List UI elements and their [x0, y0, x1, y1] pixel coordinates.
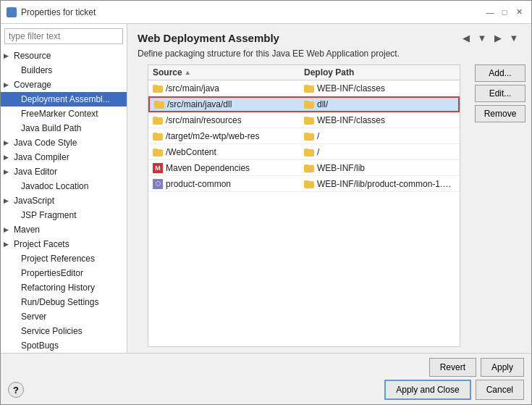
- tree-item[interactable]: SpotBugs: [1, 338, 127, 353]
- source-text: /src/main/java/dll: [167, 99, 232, 109]
- deploy-text: WEB-INF/lib/product-common-1.0....: [317, 179, 455, 189]
- nav-back-button[interactable]: ◀: [459, 31, 473, 44]
- folder-icon: [153, 116, 163, 125]
- tree-item-label: FreeMarker Context: [21, 109, 98, 119]
- revert-button[interactable]: Revert: [429, 358, 476, 377]
- minimize-button[interactable]: —: [484, 6, 497, 19]
- revert-apply-row: Revert Apply: [8, 358, 524, 377]
- tree-expand-icon: ▶: [4, 81, 11, 88]
- deploy-cell: WEB-INF/classes: [304, 115, 455, 125]
- tree-item-label: Service Policies: [21, 326, 83, 336]
- panel-description: Define packaging structure for this Java…: [127, 49, 531, 64]
- deploy-cell: WEB-INF/classes: [304, 83, 455, 93]
- table-row[interactable]: /src/main/resourcesWEB-INF/classes: [148, 112, 460, 128]
- tree-item-label: Java Compiler: [14, 152, 69, 162]
- tree-item[interactable]: ▶Maven: [1, 222, 127, 237]
- cancel-button[interactable]: Cancel: [476, 380, 524, 400]
- nav-forward-button[interactable]: ▶: [491, 31, 505, 44]
- help-button[interactable]: ?: [8, 382, 24, 398]
- tree-item[interactable]: ▶Resource: [1, 49, 127, 63]
- source-text: Maven Dependencies: [166, 163, 250, 173]
- tree-item-label: Run/Debug Settings: [21, 297, 98, 307]
- deploy-text: /: [317, 147, 319, 157]
- tree-expand-icon: ▶: [4, 197, 11, 204]
- source-cell: /src/main/java/dll: [154, 99, 304, 109]
- tree-item-label: Java Editor: [14, 167, 57, 177]
- title-bar-buttons: — □ ✕: [484, 6, 525, 19]
- right-panel: Web Deployment Assembly ◀ ▼ ▶ ▼ Define p…: [127, 24, 531, 353]
- nav-back-dropdown[interactable]: ▼: [475, 31, 489, 44]
- deploy-text: WEB-INF/lib: [317, 163, 365, 173]
- tree-item-label: Coverage: [14, 80, 51, 90]
- dialog-body: ▶ResourceBuilders▶CoverageDeployment Ass…: [1, 24, 531, 353]
- folder-icon: [153, 84, 163, 93]
- tree-item[interactable]: Run/Debug Settings: [1, 295, 127, 309]
- tree-item[interactable]: ▶Coverage: [1, 78, 127, 92]
- tree-item[interactable]: PropertiesEditor: [1, 266, 127, 280]
- deploy-cell: /: [304, 131, 455, 141]
- apply-close-button[interactable]: Apply and Close: [384, 380, 470, 400]
- deploy-text: WEB-INF/classes: [317, 115, 385, 125]
- tree-item-label: JavaScript: [14, 196, 54, 206]
- source-cell: /WebContent: [153, 147, 304, 157]
- tree-item[interactable]: ▶Java Compiler: [1, 150, 127, 164]
- tree-item[interactable]: Server: [1, 309, 127, 324]
- tree-item[interactable]: ▶JavaScript: [1, 193, 127, 208]
- main-action-row: ? Apply and Close Cancel: [8, 380, 524, 400]
- tree-item[interactable]: Java Build Path: [1, 121, 127, 135]
- deploy-path-column-header: Deploy Path: [304, 67, 455, 78]
- maximize-button[interactable]: □: [498, 6, 511, 19]
- tree-item[interactable]: ▶Java Code Style: [1, 135, 127, 150]
- edit-button[interactable]: Edit...: [475, 85, 525, 102]
- nav-forward-dropdown[interactable]: ▼: [507, 31, 521, 44]
- deploy-folder-icon: [304, 116, 314, 125]
- tree-expand-icon: ▶: [4, 226, 11, 233]
- close-button[interactable]: ✕: [512, 6, 525, 19]
- panel-title: Web Deployment Assembly: [138, 32, 279, 44]
- table-row[interactable]: ⬡product-commonWEB-INF/lib/product-commo…: [148, 176, 460, 192]
- tree-list: ▶ResourceBuilders▶CoverageDeployment Ass…: [1, 49, 127, 353]
- table-row[interactable]: MMaven DependenciesWEB-INF/lib: [148, 160, 460, 176]
- properties-dialog: Properties for ticket — □ ✕ ▶ResourceBui…: [0, 0, 532, 405]
- deploy-text: WEB-INF/classes: [317, 83, 385, 93]
- source-text: /src/main/resources: [166, 115, 242, 125]
- tree-item[interactable]: Refactoring History: [1, 280, 127, 295]
- source-column-header: Source ▲: [153, 67, 304, 78]
- panel-header: Web Deployment Assembly ◀ ▼ ▶ ▼: [127, 24, 531, 49]
- table-row[interactable]: /src/main/java/dlldll/: [148, 96, 460, 112]
- bottom-bar: Revert Apply ? Apply and Close Cancel: [1, 353, 531, 404]
- tree-item[interactable]: JSP Fragment: [1, 208, 127, 222]
- tree-item[interactable]: Project References: [1, 251, 127, 266]
- deploy-folder-icon: [304, 84, 314, 93]
- dialog-icon: [7, 7, 17, 17]
- tree-item[interactable]: ▶Project Facets: [1, 237, 127, 251]
- deploy-folder-icon: [304, 164, 314, 172]
- deploy-text: dll/: [317, 99, 328, 109]
- folder-icon: [154, 100, 164, 109]
- source-cell: /src/main/resources: [153, 115, 304, 125]
- deploy-cell: /: [304, 147, 455, 157]
- tree-item-label: Project Facets: [14, 239, 69, 249]
- add-button[interactable]: Add...: [475, 64, 525, 82]
- source-cell: ⬡product-common: [153, 179, 304, 189]
- remove-button[interactable]: Remove: [475, 105, 525, 122]
- table-row[interactable]: /target/m2e-wtp/web-res/: [148, 128, 460, 144]
- table-row[interactable]: /src/main/javaWEB-INF/classes: [148, 80, 460, 96]
- tree-item[interactable]: Service Policies: [1, 324, 127, 338]
- table-row[interactable]: /WebContent/: [148, 144, 460, 160]
- tree-item-label: Maven: [14, 225, 40, 235]
- filter-input[interactable]: [4, 28, 123, 44]
- deploy-text: /: [317, 131, 319, 141]
- nav-buttons: ◀ ▼ ▶ ▼: [459, 31, 521, 44]
- tree-item[interactable]: FreeMarker Context: [1, 107, 127, 121]
- deploy-cell: WEB-INF/lib/product-common-1.0....: [304, 179, 455, 189]
- tree-item[interactable]: Builders: [1, 63, 127, 78]
- main-buttons: Apply and Close Cancel: [384, 380, 524, 400]
- tree-item[interactable]: ▶Java Editor: [1, 164, 127, 179]
- tree-item-label: SpotBugs: [21, 341, 59, 351]
- tree-item[interactable]: Deployment Assembl...: [1, 92, 127, 107]
- tree-item-label: Project References: [21, 254, 95, 264]
- apply-button[interactable]: Apply: [481, 358, 524, 377]
- deploy-folder-icon: [304, 100, 314, 109]
- tree-item[interactable]: Javadoc Location: [1, 179, 127, 193]
